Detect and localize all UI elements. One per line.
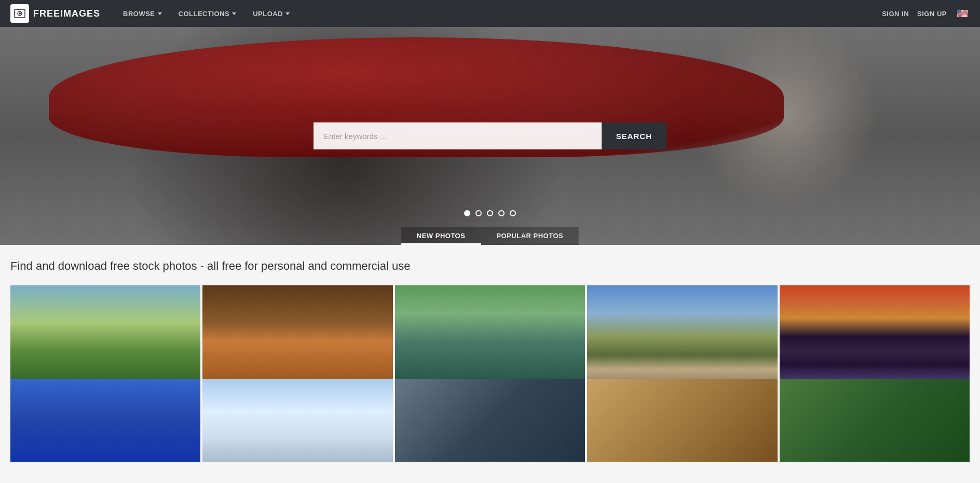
nav-right: SIGN IN SIGN UP 🇺🇸 xyxy=(882,8,970,19)
hero-tabs: NEW PHOTOS POPULAR PHOTOS xyxy=(401,227,579,245)
brand-icon xyxy=(10,4,29,23)
nav-upload[interactable]: UPLOAD xyxy=(246,7,297,21)
nav-browse[interactable]: BROWSE xyxy=(116,7,169,21)
photo-blue-image xyxy=(10,379,200,462)
upload-caret-icon xyxy=(285,12,290,15)
photo-grid-row1 xyxy=(10,285,970,379)
tab-popular-photos[interactable]: POPULAR PHOTOS xyxy=(481,227,579,245)
photo-col-5 xyxy=(780,285,970,379)
photo-dog-image xyxy=(202,285,392,379)
brand-logo[interactable]: FREEIMAGES xyxy=(10,4,100,23)
photo-blue[interactable] xyxy=(10,379,200,462)
svg-rect-3 xyxy=(17,9,19,10)
photo-road-image xyxy=(587,285,777,379)
photo-col-r2-1 xyxy=(10,379,200,462)
photo-dog[interactable] xyxy=(202,285,392,379)
main-content: Find and download free stock photos - al… xyxy=(0,245,980,462)
photo-landscape[interactable] xyxy=(10,285,200,379)
navbar: FREEIMAGES BROWSE COLLECTIONS UPLOAD SIG… xyxy=(0,0,980,27)
hero-dot-2[interactable] xyxy=(475,210,482,216)
brand-name: FREEIMAGES xyxy=(33,8,100,19)
search-input[interactable] xyxy=(314,122,602,149)
photo-sunset[interactable] xyxy=(780,285,970,379)
sign-in-link[interactable]: SIGN IN xyxy=(882,10,909,18)
sign-up-link[interactable]: SIGN UP xyxy=(917,10,947,18)
photo-extra1[interactable] xyxy=(395,379,585,462)
photo-col-3 xyxy=(395,285,585,379)
hero-section: SEARCH NEW PHOTOS POPULAR PHOTOS xyxy=(0,27,980,245)
collections-caret-icon xyxy=(232,12,236,15)
photo-extra3[interactable] xyxy=(780,379,970,462)
photo-bird-image xyxy=(395,285,585,379)
photo-extra2[interactable] xyxy=(587,379,777,462)
hero-dot-4[interactable] xyxy=(498,210,505,216)
photo-winter[interactable] xyxy=(202,379,392,462)
hero-dots xyxy=(464,210,516,216)
photo-col-r2-5 xyxy=(780,379,970,462)
photo-sunset-image xyxy=(780,285,970,379)
hero-dot-1[interactable] xyxy=(464,210,470,216)
hero-search-bar: SEARCH xyxy=(314,122,666,149)
photo-road[interactable] xyxy=(587,285,777,379)
photo-grid-row2 xyxy=(10,379,970,462)
search-button[interactable]: SEARCH xyxy=(602,122,666,149)
photo-winter-image xyxy=(202,379,392,462)
language-flag-icon[interactable]: 🇺🇸 xyxy=(955,8,970,19)
photo-extra3-image xyxy=(780,379,970,462)
hero-dot-3[interactable] xyxy=(487,210,493,216)
photo-extra1-image xyxy=(395,379,585,462)
photo-bird[interactable] xyxy=(395,285,585,379)
photo-col-r2-2 xyxy=(202,379,392,462)
photo-col-1 xyxy=(10,285,200,379)
nav-links: BROWSE COLLECTIONS UPLOAD xyxy=(116,7,882,21)
photo-landscape-image xyxy=(10,285,200,379)
hero-dot-5[interactable] xyxy=(510,210,516,216)
tab-new-photos[interactable]: NEW PHOTOS xyxy=(401,227,481,245)
photo-col-2 xyxy=(202,285,392,379)
browse-caret-icon xyxy=(158,12,162,15)
svg-point-2 xyxy=(19,12,21,15)
photo-col-4 xyxy=(587,285,777,379)
nav-collections[interactable]: COLLECTIONS xyxy=(171,7,244,21)
photo-extra2-image xyxy=(587,379,777,462)
tagline: Find and download free stock photos - al… xyxy=(10,259,970,273)
photo-col-r2-3 xyxy=(395,379,585,462)
photo-col-r2-4 xyxy=(587,379,777,462)
